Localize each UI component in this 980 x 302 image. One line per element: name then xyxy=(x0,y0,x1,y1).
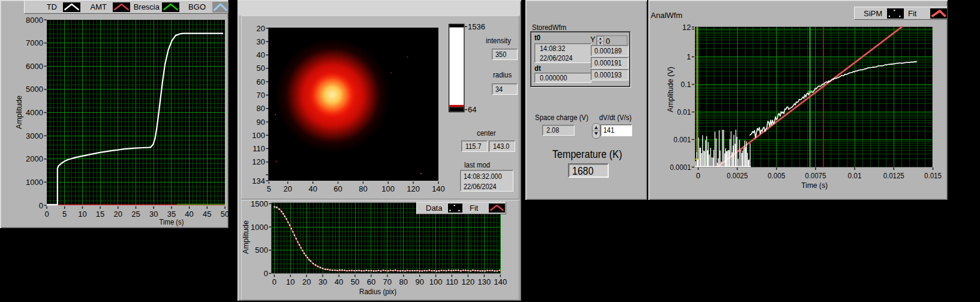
svg-text:100: 100 xyxy=(252,131,265,140)
svg-text:0.015: 0.015 xyxy=(924,171,942,180)
svg-text:80: 80 xyxy=(359,184,367,193)
svg-text:45: 45 xyxy=(203,210,211,219)
svg-text:10: 10 xyxy=(286,277,294,286)
svg-text:Time (s): Time (s) xyxy=(801,181,828,190)
svg-text:0: 0 xyxy=(272,277,276,286)
svg-text:70: 70 xyxy=(383,277,392,286)
svg-text:0: 0 xyxy=(44,210,49,219)
svg-text:60: 60 xyxy=(367,277,375,286)
svg-text:5: 5 xyxy=(62,210,67,219)
svg-text:50: 50 xyxy=(351,277,359,286)
svg-text:20: 20 xyxy=(284,184,292,193)
svg-text:64: 64 xyxy=(468,105,476,114)
svg-text:120: 120 xyxy=(252,157,265,166)
svg-text:Time (s): Time (s) xyxy=(160,217,184,226)
svg-text:0: 0 xyxy=(696,171,700,180)
svg-text:0: 0 xyxy=(39,201,43,210)
svg-text:130: 130 xyxy=(478,277,491,286)
svg-text:1000: 1000 xyxy=(251,223,268,232)
svg-text:110: 110 xyxy=(252,144,265,153)
svg-text:10: 10 xyxy=(78,210,86,219)
svg-text:12: 12 xyxy=(683,23,691,32)
svg-text:0.005: 0.005 xyxy=(768,171,785,180)
svg-text:40: 40 xyxy=(257,50,265,59)
svg-text:100: 100 xyxy=(429,277,443,286)
svg-text:0.0001: 0.0001 xyxy=(670,163,691,172)
svg-text:0.0025: 0.0025 xyxy=(727,171,748,180)
svg-text:0.1: 0.1 xyxy=(681,80,691,89)
svg-text:60: 60 xyxy=(333,184,342,193)
svg-text:Amplitude: Amplitude xyxy=(14,95,23,129)
svg-text:500: 500 xyxy=(255,246,268,255)
svg-text:40: 40 xyxy=(308,184,317,193)
svg-text:134: 134 xyxy=(252,177,265,186)
svg-text:4000: 4000 xyxy=(26,108,43,117)
svg-text:Radius (pix): Radius (pix) xyxy=(359,287,396,296)
svg-text:30: 30 xyxy=(318,277,327,286)
svg-text:100: 100 xyxy=(381,184,395,193)
svg-text:90: 90 xyxy=(257,118,265,127)
svg-text:30: 30 xyxy=(149,210,158,219)
svg-text:3000: 3000 xyxy=(26,131,43,140)
svg-text:7000: 7000 xyxy=(26,38,43,47)
svg-text:1536: 1536 xyxy=(468,22,485,31)
svg-text:1: 1 xyxy=(687,52,691,61)
svg-text:140: 140 xyxy=(432,184,445,193)
svg-text:1000: 1000 xyxy=(26,178,43,187)
svg-text:40: 40 xyxy=(185,210,193,219)
svg-text:Amplitude: Amplitude xyxy=(241,220,250,254)
svg-text:140: 140 xyxy=(494,277,507,286)
svg-text:80: 80 xyxy=(399,277,408,286)
svg-text:5000: 5000 xyxy=(26,85,43,94)
svg-text:0.01: 0.01 xyxy=(848,171,862,180)
svg-text:80: 80 xyxy=(257,104,265,113)
svg-text:Amplitude (V): Amplitude (V) xyxy=(666,67,675,112)
svg-text:2000: 2000 xyxy=(26,154,43,163)
svg-text:1500: 1500 xyxy=(251,199,268,208)
svg-text:50: 50 xyxy=(221,210,229,219)
svg-text:0: 0 xyxy=(264,269,268,278)
svg-text:120: 120 xyxy=(407,184,420,193)
svg-text:0.0125: 0.0125 xyxy=(883,171,904,180)
svg-text:120: 120 xyxy=(462,277,475,286)
svg-text:15: 15 xyxy=(96,210,104,219)
svg-text:5: 5 xyxy=(267,184,271,193)
svg-text:70: 70 xyxy=(257,91,265,100)
svg-text:60: 60 xyxy=(257,77,265,86)
svg-text:110: 110 xyxy=(446,277,458,286)
svg-text:0.001: 0.001 xyxy=(674,135,691,144)
svg-text:8000: 8000 xyxy=(26,16,43,25)
svg-text:90: 90 xyxy=(415,277,423,286)
svg-text:0.0075: 0.0075 xyxy=(805,171,826,180)
svg-text:0.01: 0.01 xyxy=(677,107,691,116)
svg-text:30: 30 xyxy=(257,37,265,46)
svg-text:6000: 6000 xyxy=(26,62,43,71)
svg-text:20: 20 xyxy=(114,210,122,219)
svg-text:40: 40 xyxy=(335,277,343,286)
svg-text:20: 20 xyxy=(302,277,311,286)
svg-text:50: 50 xyxy=(257,64,265,73)
svg-text:20: 20 xyxy=(257,24,265,33)
svg-text:25: 25 xyxy=(131,210,140,219)
